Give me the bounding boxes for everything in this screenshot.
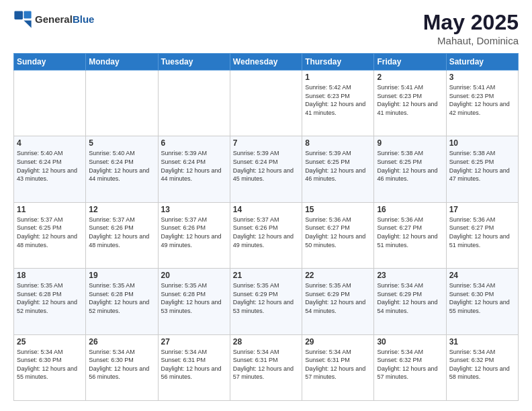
calendar-table: Sunday Monday Tuesday Wednesday Thursday… bbox=[13, 53, 519, 401]
calendar-cell: 7Sunrise: 5:39 AMSunset: 6:24 PMDaylight… bbox=[230, 136, 302, 202]
day-number: 19 bbox=[89, 271, 154, 280]
day-info: Sunrise: 5:34 AMSunset: 6:30 PMDaylight:… bbox=[17, 348, 83, 381]
day-info: Sunrise: 5:37 AMSunset: 6:26 PMDaylight:… bbox=[161, 216, 227, 249]
calendar-cell: 2Sunrise: 5:41 AMSunset: 6:23 PMDaylight… bbox=[374, 71, 446, 136]
day-number: 3 bbox=[449, 73, 515, 82]
col-thursday: Thursday bbox=[302, 54, 374, 71]
calendar-cell: 26Sunrise: 5:34 AMSunset: 6:30 PMDayligh… bbox=[86, 334, 158, 400]
day-number: 21 bbox=[233, 271, 299, 280]
calendar-cell: 29Sunrise: 5:34 AMSunset: 6:31 PMDayligh… bbox=[302, 334, 374, 400]
day-number: 26 bbox=[89, 337, 154, 347]
day-number: 12 bbox=[89, 205, 154, 214]
day-number: 17 bbox=[449, 205, 515, 214]
day-number: 20 bbox=[161, 271, 227, 280]
day-info: Sunrise: 5:37 AMSunset: 6:25 PMDaylight:… bbox=[17, 216, 83, 249]
day-info: Sunrise: 5:37 AMSunset: 6:26 PMDaylight:… bbox=[89, 216, 154, 249]
day-info: Sunrise: 5:41 AMSunset: 6:23 PMDaylight:… bbox=[377, 83, 443, 117]
calendar-cell: 11Sunrise: 5:37 AMSunset: 6:25 PMDayligh… bbox=[14, 202, 86, 268]
day-number: 7 bbox=[233, 138, 299, 148]
day-info: Sunrise: 5:39 AMSunset: 6:25 PMDaylight:… bbox=[305, 149, 371, 183]
day-info: Sunrise: 5:34 AMSunset: 6:32 PMDaylight:… bbox=[449, 348, 515, 381]
day-number: 22 bbox=[305, 271, 371, 280]
day-number: 14 bbox=[233, 205, 299, 214]
day-info: Sunrise: 5:34 AMSunset: 6:32 PMDaylight:… bbox=[377, 348, 443, 381]
day-number: 1 bbox=[305, 73, 371, 82]
calendar-week-2: 4Sunrise: 5:40 AMSunset: 6:24 PMDaylight… bbox=[14, 136, 519, 202]
calendar-cell: 6Sunrise: 5:39 AMSunset: 6:24 PMDaylight… bbox=[158, 136, 230, 202]
day-info: Sunrise: 5:35 AMSunset: 6:29 PMDaylight:… bbox=[233, 281, 299, 315]
svg-rect-0 bbox=[14, 11, 23, 19]
day-info: Sunrise: 5:36 AMSunset: 6:27 PMDaylight:… bbox=[377, 216, 443, 249]
calendar-cell: 13Sunrise: 5:37 AMSunset: 6:26 PMDayligh… bbox=[158, 202, 230, 268]
calendar-week-4: 18Sunrise: 5:35 AMSunset: 6:28 PMDayligh… bbox=[14, 269, 519, 334]
day-info: Sunrise: 5:39 AMSunset: 6:24 PMDaylight:… bbox=[233, 149, 299, 183]
calendar-cell: 19Sunrise: 5:35 AMSunset: 6:28 PMDayligh… bbox=[86, 269, 158, 334]
calendar-title: May 2025 bbox=[423, 10, 519, 35]
day-info: Sunrise: 5:40 AMSunset: 6:24 PMDaylight:… bbox=[17, 149, 83, 183]
day-number: 16 bbox=[377, 205, 443, 214]
calendar-cell: 20Sunrise: 5:35 AMSunset: 6:28 PMDayligh… bbox=[158, 269, 230, 334]
day-info: Sunrise: 5:35 AMSunset: 6:28 PMDaylight:… bbox=[89, 281, 154, 315]
day-info: Sunrise: 5:34 AMSunset: 6:31 PMDaylight:… bbox=[305, 348, 371, 381]
calendar-cell: 22Sunrise: 5:35 AMSunset: 6:29 PMDayligh… bbox=[302, 269, 374, 334]
calendar-location: Mahaut, Dominica bbox=[423, 35, 519, 46]
calendar-cell: 27Sunrise: 5:34 AMSunset: 6:31 PMDayligh… bbox=[158, 334, 230, 400]
page: GeneralBlue May 2025 Mahaut, Dominica Su… bbox=[0, 0, 532, 411]
day-number: 5 bbox=[89, 138, 154, 148]
day-number: 31 bbox=[449, 337, 515, 347]
calendar-week-1: 1Sunrise: 5:42 AMSunset: 6:23 PMDaylight… bbox=[14, 71, 519, 136]
calendar-cell: 31Sunrise: 5:34 AMSunset: 6:32 PMDayligh… bbox=[446, 334, 518, 400]
logo-icon bbox=[13, 10, 32, 29]
day-number: 4 bbox=[17, 138, 83, 148]
day-number: 27 bbox=[161, 337, 227, 347]
day-info: Sunrise: 5:34 AMSunset: 6:31 PMDaylight:… bbox=[233, 348, 299, 381]
day-number: 15 bbox=[305, 205, 371, 214]
day-info: Sunrise: 5:38 AMSunset: 6:25 PMDaylight:… bbox=[377, 149, 443, 183]
calendar-cell: 23Sunrise: 5:34 AMSunset: 6:29 PMDayligh… bbox=[374, 269, 446, 334]
calendar-cell bbox=[14, 71, 86, 136]
day-number: 25 bbox=[17, 337, 83, 347]
day-number: 13 bbox=[161, 205, 227, 214]
calendar-cell: 16Sunrise: 5:36 AMSunset: 6:27 PMDayligh… bbox=[374, 202, 446, 268]
svg-rect-1 bbox=[24, 11, 31, 18]
day-info: Sunrise: 5:36 AMSunset: 6:27 PMDaylight:… bbox=[449, 216, 515, 249]
calendar-week-3: 11Sunrise: 5:37 AMSunset: 6:25 PMDayligh… bbox=[14, 202, 519, 268]
day-number: 29 bbox=[305, 337, 371, 347]
day-info: Sunrise: 5:34 AMSunset: 6:30 PMDaylight:… bbox=[89, 348, 154, 381]
day-info: Sunrise: 5:34 AMSunset: 6:31 PMDaylight:… bbox=[161, 348, 227, 381]
calendar-cell: 24Sunrise: 5:34 AMSunset: 6:30 PMDayligh… bbox=[446, 269, 518, 334]
logo: GeneralBlue bbox=[13, 10, 94, 29]
header: GeneralBlue May 2025 Mahaut, Dominica bbox=[13, 10, 519, 46]
calendar-cell: 28Sunrise: 5:34 AMSunset: 6:31 PMDayligh… bbox=[230, 334, 302, 400]
day-info: Sunrise: 5:37 AMSunset: 6:26 PMDaylight:… bbox=[233, 216, 299, 249]
calendar-cell: 5Sunrise: 5:40 AMSunset: 6:24 PMDaylight… bbox=[86, 136, 158, 202]
day-info: Sunrise: 5:36 AMSunset: 6:27 PMDaylight:… bbox=[305, 216, 371, 249]
calendar-cell: 14Sunrise: 5:37 AMSunset: 6:26 PMDayligh… bbox=[230, 202, 302, 268]
day-number: 8 bbox=[305, 138, 371, 148]
calendar-cell: 12Sunrise: 5:37 AMSunset: 6:26 PMDayligh… bbox=[86, 202, 158, 268]
calendar-cell: 21Sunrise: 5:35 AMSunset: 6:29 PMDayligh… bbox=[230, 269, 302, 334]
calendar-cell: 15Sunrise: 5:36 AMSunset: 6:27 PMDayligh… bbox=[302, 202, 374, 268]
day-number: 23 bbox=[377, 271, 443, 280]
calendar-cell: 9Sunrise: 5:38 AMSunset: 6:25 PMDaylight… bbox=[374, 136, 446, 202]
day-info: Sunrise: 5:34 AMSunset: 6:29 PMDaylight:… bbox=[377, 281, 443, 315]
title-block: May 2025 Mahaut, Dominica bbox=[423, 10, 519, 46]
day-info: Sunrise: 5:39 AMSunset: 6:24 PMDaylight:… bbox=[161, 149, 227, 183]
calendar-cell bbox=[86, 71, 158, 136]
calendar-cell: 25Sunrise: 5:34 AMSunset: 6:30 PMDayligh… bbox=[14, 334, 86, 400]
day-number: 6 bbox=[161, 138, 227, 148]
day-info: Sunrise: 5:35 AMSunset: 6:28 PMDaylight:… bbox=[17, 281, 83, 315]
calendar-cell: 4Sunrise: 5:40 AMSunset: 6:24 PMDaylight… bbox=[14, 136, 86, 202]
day-number: 9 bbox=[377, 138, 443, 148]
calendar-cell: 10Sunrise: 5:38 AMSunset: 6:25 PMDayligh… bbox=[446, 136, 518, 202]
day-number: 18 bbox=[17, 271, 83, 280]
calendar-cell: 18Sunrise: 5:35 AMSunset: 6:28 PMDayligh… bbox=[14, 269, 86, 334]
calendar-cell bbox=[158, 71, 230, 136]
col-sunday: Sunday bbox=[14, 54, 86, 71]
day-number: 11 bbox=[17, 205, 83, 214]
day-info: Sunrise: 5:34 AMSunset: 6:30 PMDaylight:… bbox=[449, 281, 515, 315]
logo-general: General bbox=[35, 13, 73, 25]
col-monday: Monday bbox=[86, 54, 158, 71]
calendar-cell: 30Sunrise: 5:34 AMSunset: 6:32 PMDayligh… bbox=[374, 334, 446, 400]
day-number: 30 bbox=[377, 337, 443, 347]
